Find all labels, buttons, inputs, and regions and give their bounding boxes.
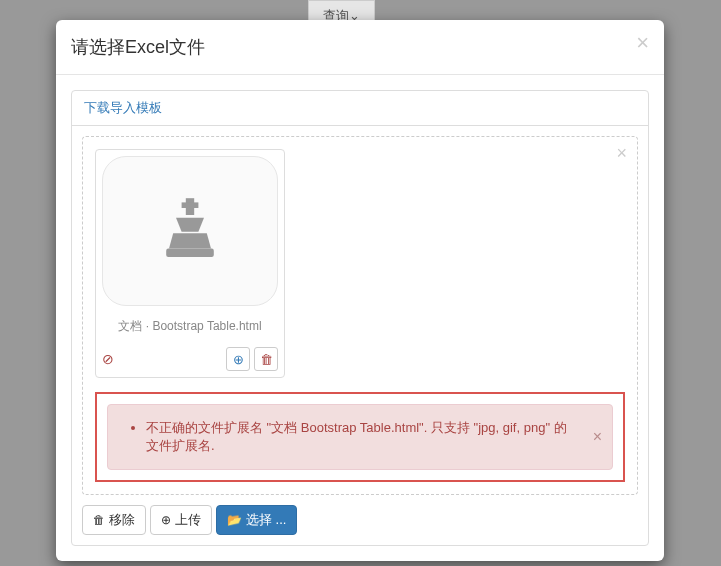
file-card-footer: ⊘ ⊕ 🗑 [102,343,278,371]
folder-open-icon: 📂 [227,513,242,527]
modal-dialog: 请选择Excel文件 × 下载导入模板 × [56,20,664,561]
trash-icon: 🗑 [260,352,273,367]
download-template-link[interactable]: 下载导入模板 [84,100,162,115]
modal-header: 请选择Excel文件 × [56,20,664,75]
file-preview-card: 文档 · Bootstrap Table.html ⊘ ⊕ 🗑 [95,149,285,378]
chess-king-icon [155,194,225,268]
alert-close-button[interactable]: × [593,428,602,446]
svg-rect-3 [166,249,214,257]
file-thumbnail [102,156,278,306]
panel-body: × [72,126,648,545]
error-highlight-frame: 不正确的文件扩展名 "文档 Bootstrap Table.html". 只支持… [95,392,625,482]
file-dropzone[interactable]: × [82,136,638,495]
file-delete-button[interactable]: 🗑 [254,347,278,371]
panel-heading: 下载导入模板 [72,91,648,126]
remove-button[interactable]: 🗑 移除 [82,505,146,535]
error-alert: 不正确的文件扩展名 "文档 Bootstrap Table.html". 只支持… [107,404,613,470]
import-panel: 下载导入模板 × [71,90,649,546]
close-icon: × [616,143,627,163]
close-icon: × [636,30,649,55]
upload-icon: ⊕ [233,352,244,367]
file-upload-button[interactable]: ⊕ [226,347,250,371]
upload-icon: ⊕ [161,513,171,527]
modal-close-button[interactable]: × [636,32,649,54]
close-icon: × [593,428,602,445]
select-button[interactable]: 📂 选择 ... [216,505,297,535]
modal-title: 请选择Excel文件 [71,35,649,59]
warning-icon: ⊘ [102,351,114,367]
modal-body: 下载导入模板 × [56,75,664,561]
svg-rect-1 [182,202,199,208]
svg-rect-2 [186,208,194,215]
error-message: 不正确的文件扩展名 "文档 Bootstrap Table.html". 只支持… [146,419,576,455]
dropzone-close-button[interactable]: × [616,143,627,164]
remove-button-label: 移除 [109,511,135,529]
select-button-label: 选择 ... [246,511,286,529]
footer-buttons: 🗑 移除 ⊕ 上传 📂 选择 ... [82,505,638,535]
file-name: 文档 · Bootstrap Table.html [102,314,278,343]
file-action-buttons: ⊕ 🗑 [226,347,278,371]
upload-button-label: 上传 [175,511,201,529]
upload-button[interactable]: ⊕ 上传 [150,505,212,535]
trash-icon: 🗑 [93,513,105,527]
